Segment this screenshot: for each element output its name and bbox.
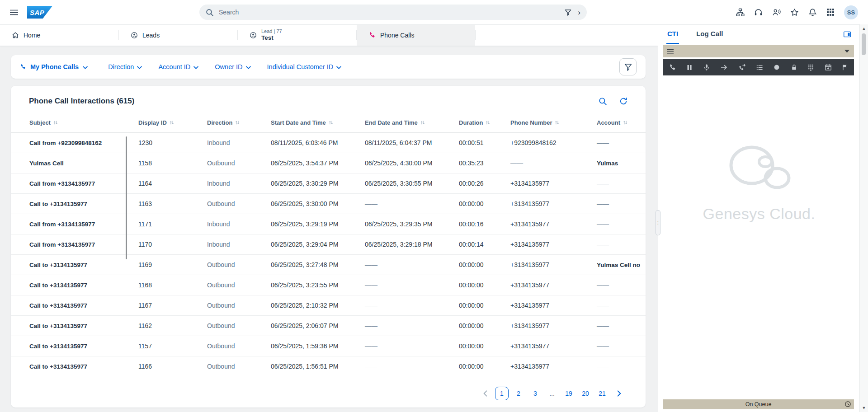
cell-display-id: 1157 [138, 342, 207, 350]
column-resize-handle[interactable] [126, 136, 127, 259]
tab-home[interactable]: Home [0, 24, 118, 46]
transfer-call-icon[interactable] [738, 64, 746, 71]
primary-filter-label: My Phone Calls [30, 63, 79, 70]
cell-direction: Outbound [207, 281, 271, 289]
avatar[interactable]: SS [844, 5, 858, 19]
flag-icon[interactable] [842, 64, 848, 71]
previous-page-button[interactable] [478, 387, 492, 400]
cell-duration: 00:00:00 [459, 322, 510, 329]
cell-account: Yulmas Cell no [597, 262, 644, 268]
sort-icon [235, 120, 240, 125]
cell-account: —— [597, 323, 638, 329]
application-window: SAP › [0, 0, 868, 412]
adapt-filters-button[interactable] [619, 58, 637, 75]
agent-status-bar[interactable]: On Queue [663, 399, 854, 409]
cell-start-datetime: 08/11/2025, 6:03:46 PM [271, 139, 365, 146]
page-button-3[interactable]: 3 [528, 387, 542, 400]
page-scrollbar[interactable]: ▲ ▼ [859, 24, 868, 412]
page-button-1[interactable]: 1 [495, 387, 509, 400]
next-page-button[interactable] [612, 387, 626, 400]
dialpad-icon[interactable] [807, 64, 814, 71]
filter-individual-customer-id[interactable]: Individual Customer ID [267, 63, 342, 70]
table-row[interactable]: Yulmas Cell 1158 Outbound 06/25/2025, 3:… [11, 153, 646, 173]
cell-end-datetime: 06/25/2025, 3:29:18 PM [365, 241, 459, 248]
tab-phone-calls[interactable]: Phone Calls [357, 24, 475, 46]
leads-icon [131, 32, 138, 39]
tab-label: Phone Calls [380, 32, 415, 39]
scroll-up-icon[interactable]: ▲ [860, 26, 868, 31]
table-row[interactable]: Call to +3134135977 1157 Outbound 06/25/… [11, 336, 646, 356]
lock-icon[interactable] [791, 64, 797, 71]
arrow-right-icon[interactable] [720, 64, 728, 71]
cell-account: —— [597, 140, 638, 146]
table-row[interactable]: Call to +3134135977 1169 Outbound 06/25/… [11, 255, 646, 275]
table-row[interactable]: Call to +3134135977 1166 Outbound 06/25/… [11, 356, 646, 372]
search-go-icon[interactable]: › [578, 9, 580, 16]
search-input[interactable] [218, 8, 565, 16]
column-header-phone-number[interactable]: Phone Number [510, 119, 597, 126]
tab-leads[interactable]: Leads [119, 24, 237, 46]
cell-duration: 00:35:23 [459, 159, 510, 167]
my-phone-calls-dropdown[interactable]: My Phone Calls [20, 63, 88, 70]
table-row[interactable]: Call from +3134135977 1170 Inbound 06/25… [11, 234, 646, 255]
cell-phone-number: +3134135977 [510, 281, 597, 289]
cell-duration: 00:00:00 [459, 342, 510, 350]
cell-subject: Call from +3134135977 [29, 241, 138, 248]
favorites-icon[interactable] [790, 8, 799, 17]
column-header-duration[interactable]: Duration [459, 119, 510, 126]
phone-icon[interactable] [669, 64, 676, 71]
column-header-end-date-and-time[interactable]: End Date and Time [365, 119, 459, 126]
softphone-menu-icon[interactable] [667, 49, 674, 54]
scroll-down-icon[interactable]: ▼ [860, 406, 868, 410]
panel-resize-handle[interactable]: ⋮ [656, 210, 660, 235]
assistant-icon[interactable] [772, 8, 781, 17]
table-row[interactable]: Call from +923099848162 1230 Inbound 08/… [11, 133, 646, 153]
softphone-collapse-icon[interactable] [844, 50, 849, 53]
cell-end-datetime: 06/25/2025, 4:30:00 PM [365, 159, 459, 167]
table-row[interactable]: Call to +3134135977 1163 Outbound 06/25/… [11, 194, 646, 214]
headset-icon[interactable] [754, 8, 763, 17]
column-header-start-date-and-time[interactable]: Start Date and Time [271, 119, 365, 126]
cell-account: —— [597, 180, 638, 187]
table-row[interactable]: Call from +3134135977 1164 Inbound 06/25… [11, 173, 646, 194]
table-row[interactable]: Call to +3134135977 1168 Outbound 06/25/… [11, 275, 646, 295]
column-header-display-id[interactable]: Display ID [138, 119, 207, 126]
table-row[interactable]: Call from +3134135977 1171 Inbound 06/25… [11, 214, 646, 234]
filter-direction[interactable]: Direction [108, 63, 142, 70]
tab-lead-77-test[interactable]: Lead | 77 Test [238, 24, 356, 46]
menu-icon[interactable] [10, 9, 18, 15]
column-header-subject[interactable]: Subject [29, 119, 138, 126]
search-filter-icon[interactable] [565, 9, 571, 16]
record-icon[interactable] [773, 64, 780, 71]
list-icon[interactable] [756, 64, 763, 71]
table-body: Call from +923099848162 1230 Inbound 08/… [11, 133, 646, 372]
page-button-21[interactable]: 21 [595, 387, 609, 400]
table-search-icon[interactable] [599, 97, 607, 105]
global-search: › [199, 5, 587, 20]
cell-end-datetime: 06/25/2025, 3:29:35 PM [365, 220, 459, 228]
pause-icon[interactable] [686, 64, 693, 71]
scrollbar-thumb[interactable] [862, 33, 866, 55]
column-header-account[interactable]: Account [597, 119, 638, 126]
refresh-icon[interactable] [619, 97, 627, 105]
page-button-2[interactable]: 2 [512, 387, 525, 400]
dock-panel-icon[interactable] [843, 30, 851, 38]
cell-phone-number: +3134135977 [510, 241, 597, 248]
notifications-icon[interactable] [808, 8, 817, 17]
filter-owner-id[interactable]: Owner ID [215, 63, 250, 70]
mic-icon[interactable] [703, 64, 710, 71]
filter-account-id[interactable]: Account ID [158, 63, 198, 70]
tab-log-call[interactable]: Log Call [696, 24, 723, 44]
table-row[interactable]: Call to +3134135977 1162 Outbound 06/25/… [11, 316, 646, 336]
page-button-19[interactable]: 19 [562, 387, 576, 400]
home-icon [12, 32, 19, 39]
org-chart-icon[interactable] [736, 8, 745, 17]
cell-phone-number: +3134135977 [510, 200, 597, 207]
apps-icon[interactable] [826, 8, 835, 16]
sap-logo[interactable]: SAP [27, 6, 52, 19]
table-row[interactable]: Call to +3134135977 1167 Outbound 06/25/… [11, 295, 646, 316]
schedule-icon[interactable] [825, 64, 832, 71]
tab-cti[interactable]: CTI [666, 24, 679, 44]
column-header-direction[interactable]: Direction [207, 119, 271, 126]
page-button-20[interactable]: 20 [579, 387, 592, 400]
